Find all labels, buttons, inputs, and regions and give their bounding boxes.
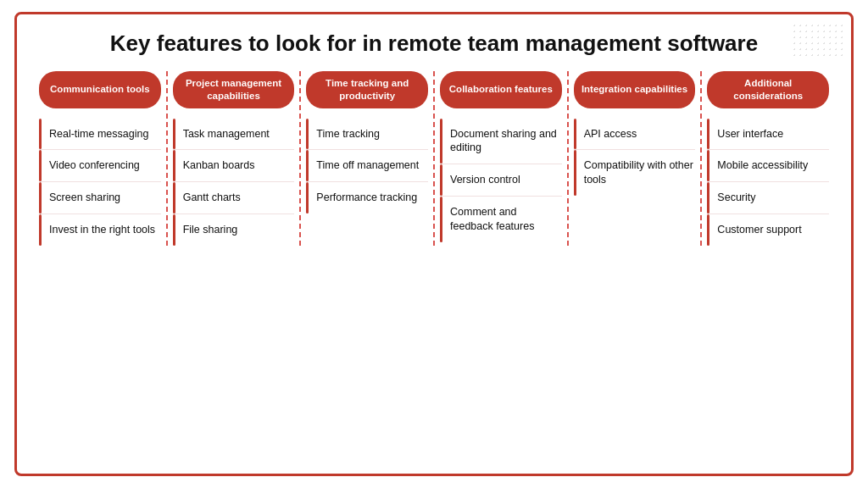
list-item: Performance tracking <box>306 182 428 214</box>
list-item-text: API access <box>581 127 637 141</box>
list-item: API access <box>574 119 696 151</box>
dot-decoration <box>792 23 843 57</box>
list-item-text: Screen sharing <box>46 191 120 205</box>
list-item: Time tracking <box>306 119 428 151</box>
list-item-text: File sharing <box>180 223 238 237</box>
list-item-text: Kanban boards <box>180 158 255 173</box>
list-item-text: User interface <box>714 127 783 141</box>
col-header-project: Project management capabilities <box>173 71 295 108</box>
list-item: Security <box>707 182 829 214</box>
list-item-text: Security <box>714 191 755 205</box>
col-items-time: Time trackingTime off managementPerforma… <box>306 119 428 214</box>
list-item: User interface <box>707 119 829 151</box>
col-items-communication: Real-time messagingVideo conferencingScr… <box>39 119 161 247</box>
list-item: Kanban boards <box>173 150 295 182</box>
list-item-text: Time off management <box>313 158 419 173</box>
columns-container: Communication toolsReal-time messagingVi… <box>34 71 834 247</box>
list-item-text: Video conferencing <box>46 158 140 173</box>
col-header-communication: Communication tools <box>39 71 161 108</box>
col-items-additional: User interfaceMobile accessibilitySecuri… <box>707 119 829 247</box>
list-item-text: Document sharing and editing <box>447 127 562 156</box>
list-item-text: Gantt charts <box>180 191 241 205</box>
page-title: Key features to look for in remote team … <box>34 30 834 58</box>
list-item-text: Version control <box>447 173 520 187</box>
col-time: Time tracking and productivityTime track… <box>301 71 435 247</box>
list-item: Comment and feedback features <box>440 197 562 242</box>
list-item: Customer support <box>707 214 829 246</box>
list-item: Gantt charts <box>173 182 295 214</box>
list-item-text: Customer support <box>714 223 801 237</box>
list-item-text: Task management <box>180 127 270 141</box>
list-item: Screen sharing <box>39 182 161 214</box>
main-card: Key features to look for in remote team … <box>14 12 854 476</box>
col-header-additional: Additional considerations <box>707 71 829 108</box>
col-items-integration: API accessCompatibility with other tools <box>574 119 696 197</box>
list-item: Time off management <box>306 150 428 182</box>
list-item: File sharing <box>173 214 295 246</box>
list-item-text: Mobile accessibility <box>714 158 808 173</box>
col-header-time: Time tracking and productivity <box>306 71 428 108</box>
list-item: Real-time messaging <box>39 119 161 151</box>
list-item: Compatibility with other tools <box>574 150 696 196</box>
list-item: Document sharing and editing <box>440 119 562 165</box>
list-item: Task management <box>173 119 295 151</box>
list-item-text: Comment and feedback features <box>447 205 562 234</box>
list-item: Invest in the right tools <box>39 214 161 246</box>
col-communication: Communication toolsReal-time messagingVi… <box>34 71 168 247</box>
list-item: Video conferencing <box>39 150 161 182</box>
list-item-text: Performance tracking <box>313 191 417 205</box>
list-item-text: Real-time messaging <box>46 127 148 141</box>
col-collaboration: Collaboration featuresDocument sharing a… <box>435 71 569 247</box>
list-item-text: Compatibility with other tools <box>581 158 696 187</box>
col-items-collaboration: Document sharing and editingVersion cont… <box>440 119 562 242</box>
col-integration: Integration capabilitiesAPI accessCompat… <box>569 71 703 247</box>
col-project: Project management capabilitiesTask mana… <box>168 71 302 247</box>
col-header-collaboration: Collaboration features <box>440 71 562 108</box>
list-item-text: Time tracking <box>313 127 380 141</box>
col-items-project: Task managementKanban boardsGantt charts… <box>173 119 295 247</box>
col-header-integration: Integration capabilities <box>574 71 696 108</box>
col-additional: Additional considerationsUser interfaceM… <box>702 71 834 247</box>
list-item-text: Invest in the right tools <box>46 223 155 237</box>
list-item: Mobile accessibility <box>707 150 829 182</box>
list-item: Version control <box>440 164 562 197</box>
